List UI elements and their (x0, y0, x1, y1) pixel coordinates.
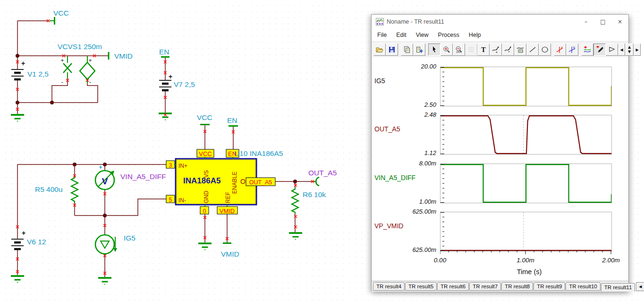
menu-file[interactable]: File (373, 29, 391, 41)
schematic-label: IG5 (124, 234, 136, 242)
tab-tr-result7[interactable]: TR result7 (469, 282, 501, 291)
tab-tr-result5[interactable]: TR result5 (405, 282, 437, 291)
tab-tr-result8[interactable]: TR result8 (501, 282, 533, 291)
tab-tr-result10[interactable]: TR result10 (566, 282, 600, 291)
xtick-label: 2.00m (592, 257, 630, 264)
schematic-label: VCC (53, 9, 69, 17)
schematic-label: ENABLE (231, 172, 238, 194)
chart-panel-VIN_A5_DIFF[interactable] (440, 164, 612, 203)
chart-panel-IG5[interactable] (440, 67, 612, 106)
close-button[interactable]: × (611, 15, 628, 29)
text-button[interactable]: T (477, 43, 490, 56)
net-jumpers[interactable] (50, 17, 238, 243)
y-axis-ticks (441, 115, 444, 154)
open-button[interactable] (373, 43, 386, 56)
schematic-label: VCVS1 250m (58, 43, 102, 51)
zoom-out-icon: 100% (455, 46, 463, 53)
next-page-button[interactable]: ▶ (634, 43, 641, 56)
tab-prev-button[interactable]: ◀ (636, 282, 644, 291)
zoom-out-button[interactable]: 100% (453, 43, 465, 56)
x-axis-title: Time (s) (496, 268, 562, 276)
pen-icon (596, 46, 603, 53)
y-axis-ticks (441, 212, 444, 251)
tab-nav: ◀ ▶ (636, 282, 644, 291)
spin-up-icon[interactable]: ▲ (628, 45, 631, 50)
tab-tr-result4[interactable]: TR result4 (373, 282, 405, 291)
ellipse-icon (541, 46, 549, 53)
cursor-a-button[interactable]: a (554, 43, 566, 56)
output-connector-out-a5[interactable] (314, 177, 319, 186)
svg-text:a: a (496, 51, 498, 53)
spin-down-icon[interactable]: ▼ (628, 50, 631, 54)
waveform-VIN_A5_DIFF (441, 164, 611, 202)
tab-tr-result11[interactable]: TR result11 (601, 283, 636, 292)
battery-v6[interactable] (11, 239, 24, 249)
ytick-top-VIN_A5_DIFF: 8.00m (401, 160, 436, 167)
line-button[interactable] (526, 43, 539, 56)
schematic-label: + (22, 229, 25, 237)
result-tabs: TR result4TR result5TR result6TR result7… (372, 281, 628, 292)
process-curves-button[interactable] (581, 43, 593, 56)
current-source-ig5[interactable] (95, 235, 117, 254)
ytick-top-VP_VMID: 625.00m (401, 208, 436, 215)
copy-button[interactable] (401, 43, 413, 56)
schematic-label: VCC (197, 113, 212, 121)
axis-tool-b-button[interactable]: ? (502, 43, 514, 56)
legend-button[interactable] (514, 43, 526, 56)
menu-process[interactable]: Process (433, 29, 464, 41)
schematic-label: - (89, 78, 91, 86)
axis-tool-a-icon: a (492, 46, 500, 53)
tab-tr-result6[interactable]: TR result6 (437, 282, 469, 291)
chart-label-IG5: IG5 (374, 77, 385, 85)
chart-panel-OUT_A5[interactable] (440, 115, 612, 155)
ytick-top-IG5: 20.00 (401, 63, 436, 70)
paste-button[interactable] (413, 43, 425, 56)
schematic-label: + (88, 57, 92, 64)
chart-panel-VP_VMID[interactable] (440, 212, 612, 251)
desktop: { "schematic": { "texts": [ {"t":"VCC","… (0, 0, 644, 302)
zoom-in-button[interactable] (441, 43, 453, 56)
menu-help[interactable]: Help (464, 29, 486, 41)
tab-tr-result9[interactable]: TR result9 (534, 282, 565, 291)
diagram-window: Noname - TR result11 – □ × FileEditViewP… (371, 14, 629, 292)
menu-view[interactable]: View (411, 29, 433, 41)
battery-v1[interactable] (11, 69, 24, 79)
menubar: FileEditViewProcessHelp (372, 29, 628, 42)
axis-tool-a-button[interactable]: a (490, 43, 502, 56)
titlebar[interactable]: Noname - TR result11 – □ × (372, 15, 628, 29)
schematic-label: 5 (169, 197, 172, 203)
grid-button[interactable] (465, 43, 477, 56)
page-spinner[interactable]: ▲▼ (625, 43, 634, 56)
marker-button[interactable] (606, 43, 618, 56)
schematic-label: EN (228, 150, 237, 157)
schematic-label: INA186A5 (183, 176, 220, 185)
resistor-r5[interactable] (71, 176, 78, 203)
battery-v7[interactable] (159, 80, 171, 90)
ellipse-button[interactable] (539, 43, 551, 56)
maximize-button[interactable]: □ (594, 15, 611, 29)
y-axis-ticks (441, 67, 444, 106)
resistor-r6[interactable] (292, 188, 298, 213)
y-axis-ticks (441, 164, 444, 203)
select-button[interactable] (428, 43, 441, 56)
schematic-label: V (102, 176, 108, 186)
save-button[interactable] (386, 43, 398, 56)
plot-area: Time (s) IG520.002.50OUT_A52.481.12VIN_A… (372, 57, 628, 281)
zoom-in-icon (443, 46, 450, 53)
ytick-bottom-VP_VMID: 625.00m (401, 246, 436, 253)
schematic-label: OUT_A5 (249, 179, 272, 186)
svg-text:a: a (561, 46, 563, 49)
svg-text:b: b (573, 46, 575, 49)
schematic-label: V1 2,5 (27, 70, 49, 78)
minimize-button[interactable]: – (577, 15, 594, 29)
schematic-label: VCC (199, 150, 212, 157)
schematic-label: IN+ (178, 163, 187, 169)
schematic-label: + (99, 164, 102, 171)
menu-edit[interactable]: Edit (391, 29, 411, 41)
floppy-icon (388, 46, 396, 53)
schematic-label: EN (227, 116, 237, 124)
pen-button[interactable] (593, 43, 606, 56)
prev-page-button[interactable]: ◀ (618, 43, 625, 56)
text-icon: T (480, 46, 487, 53)
cursor-b-button[interactable]: b (566, 43, 578, 56)
